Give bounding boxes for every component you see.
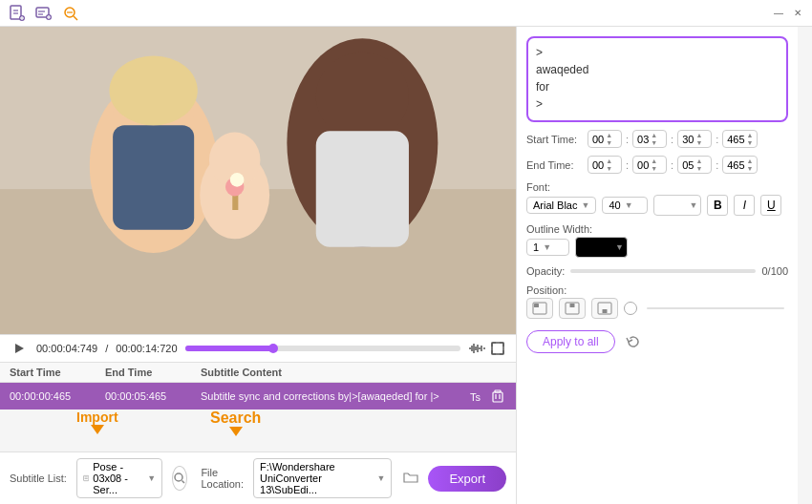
end-time-m[interactable]: 00 ▲ ▼ [632, 156, 667, 174]
video-frame [0, 27, 516, 334]
bottom-area: Import Search Subtitle List: Pose - 03x0… [0, 410, 516, 504]
start-s-arrows[interactable]: ▲ ▼ [695, 132, 702, 146]
window-controls: — ✕ [772, 7, 804, 20]
search-subtitle-icon[interactable] [61, 4, 80, 23]
opacity-value: 0/100 [761, 265, 788, 277]
pos-top-center-button[interactable] [559, 298, 586, 319]
end-time-label: End Time: [526, 159, 584, 171]
color-dropdown-arrow: ▼ [689, 200, 697, 210]
pos-top-left-button[interactable] [526, 298, 553, 319]
font-family-select[interactable]: Arial Blac ▼ [526, 197, 596, 214]
down-arrow[interactable]: ▼ [606, 139, 612, 146]
svg-line-13 [74, 16, 77, 20]
end-h-arrows[interactable]: ▲ ▼ [606, 158, 612, 172]
table-row[interactable]: 00:00:00:465 00:00:05:465 Subtitle sync … [0, 383, 516, 410]
start-time-ms[interactable]: 465 ▲ ▼ [722, 130, 758, 148]
svg-point-28 [230, 173, 245, 187]
start-h-arrows[interactable]: ▲ ▼ [606, 132, 612, 146]
subtitle-table-header: Start Time End Time Subtitle Content [0, 362, 516, 383]
list-icon [83, 472, 89, 484]
search-subtitle-button[interactable] [172, 466, 187, 491]
end-m-arrows[interactable]: ▲ ▼ [651, 158, 657, 172]
end-ms-val: 465 [727, 159, 744, 171]
outline-color-arrow: ▼ [615, 242, 624, 252]
search-annotation-label: Search [210, 410, 261, 427]
end-time-row: End Time: 00 ▲ ▼ : 00 ▲ ▼ : 05 ▲ [526, 156, 788, 174]
import-annotation-label: Import [76, 410, 118, 425]
outline-width-val: 1 [533, 242, 539, 253]
svg-rect-50 [534, 304, 539, 307]
folder-icon[interactable] [403, 471, 418, 487]
end-time-h[interactable]: 00 ▲ ▼ [588, 156, 622, 174]
outline-controls: 1 ▼ ▼ [526, 237, 788, 258]
font-size-select[interactable]: 40 ▼ [602, 197, 648, 214]
start-time-row: Start Time: 00 ▲ ▼ : 03 ▲ ▼ : 30 ▲ [526, 130, 788, 148]
svg-marker-29 [15, 344, 24, 353]
font-family-value: Arial Blac [533, 200, 577, 211]
progress-fill [185, 346, 273, 351]
export-button[interactable]: Export [428, 466, 506, 492]
start-ms-arrows[interactable]: ▲ ▼ [747, 132, 754, 146]
italic-button[interactable]: I [734, 195, 755, 216]
end-h-val: 00 [592, 159, 604, 171]
header-start-time: Start Time [10, 367, 105, 378]
underline-button[interactable]: U [760, 195, 781, 216]
left-panel: 00:00:04:749 / 00:00:14:720 [0, 27, 516, 504]
size-dropdown-arrow: ▼ [625, 200, 633, 210]
opacity-slider[interactable] [570, 269, 756, 273]
start-time-m[interactable]: 03 ▲ ▼ [632, 130, 667, 148]
svg-point-20 [109, 55, 197, 125]
file-path-display[interactable]: F:\Wondershare UniConverter 13\SubEdi...… [253, 458, 392, 498]
start-time-s[interactable]: 30 ▲ ▼ [677, 130, 712, 148]
start-time-h[interactable]: 00 ▲ ▼ [588, 130, 622, 148]
sync-icon[interactable]: Ts [468, 388, 485, 405]
start-m-arrows[interactable]: ▲ ▼ [651, 132, 657, 146]
header-content: Subtitle Content [201, 367, 506, 378]
subtitle-dropdown[interactable]: Pose - 03x08 - Ser... ▼ [76, 458, 162, 498]
time-separator: / [105, 343, 108, 354]
subtitle-edit-textarea[interactable]: > awaqeded for > [526, 36, 788, 122]
fullscreen-icon[interactable] [489, 340, 506, 357]
progress-thumb[interactable] [268, 344, 278, 353]
svg-point-47 [175, 473, 182, 481]
outline-width-select[interactable]: 1 ▼ [526, 239, 569, 256]
bold-button[interactable]: B [707, 195, 728, 216]
svg-point-24 [316, 52, 409, 140]
end-m-val: 00 [637, 159, 649, 171]
font-controls: Arial Blac ▼ 40 ▼ ▼ B I U [526, 195, 788, 216]
reset-button[interactable] [623, 331, 644, 352]
edit-text-content: > awaqeded for > [536, 44, 779, 113]
new-file-icon[interactable] [8, 4, 27, 23]
position-line [647, 307, 784, 309]
waveform-icon[interactable] [468, 340, 485, 357]
pos-custom-circle[interactable] [624, 302, 637, 315]
svg-text:Ts: Ts [470, 391, 481, 403]
header-end-time: End Time [105, 367, 201, 378]
position-controls [526, 298, 788, 319]
svg-rect-43 [495, 390, 501, 392]
pos-bottom-center-button[interactable] [591, 298, 618, 319]
end-time-ms[interactable]: 465 ▲ ▼ [722, 156, 758, 174]
outline-color-picker[interactable]: ▼ [575, 237, 628, 258]
font-section: Font: Arial Blac ▼ 40 ▼ ▼ B I U [526, 181, 788, 216]
outline-section: Outline Width: 1 ▼ ▼ [526, 223, 788, 258]
minimize-button[interactable]: — [772, 7, 785, 20]
svg-rect-25 [316, 131, 409, 247]
playback-time: 00:00:04:749 [36, 343, 97, 354]
end-s-val: 05 [682, 159, 694, 171]
progress-bar[interactable] [185, 346, 460, 351]
end-time-s[interactable]: 05 ▲ ▼ [677, 156, 712, 174]
apply-all-button[interactable]: Apply to all [526, 330, 615, 353]
start-h-val: 00 [592, 134, 604, 145]
end-ms-arrows[interactable]: ▲ ▼ [747, 158, 754, 172]
start-ms-val: 465 [727, 134, 744, 145]
end-s-arrows[interactable]: ▲ ▼ [695, 158, 702, 172]
svg-rect-19 [113, 125, 194, 229]
add-subtitle-icon[interactable] [34, 4, 53, 23]
up-arrow[interactable]: ▲ [606, 132, 612, 138]
subtitle-list-label: Subtitle List: [10, 472, 67, 484]
delete-icon[interactable] [489, 388, 506, 405]
close-button[interactable]: ✕ [791, 7, 804, 20]
font-color-picker[interactable]: ▼ [653, 195, 701, 216]
play-button[interactable] [10, 339, 29, 358]
